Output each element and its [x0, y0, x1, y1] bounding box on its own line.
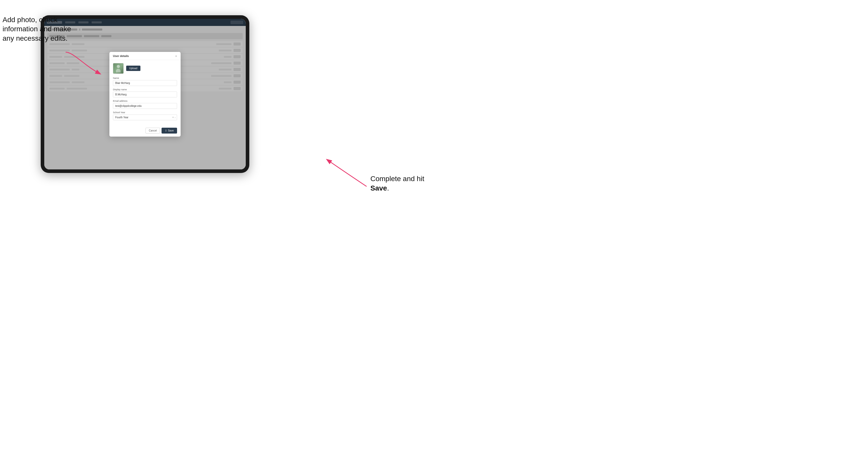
cancel-button[interactable]: Cancel [146, 128, 160, 133]
display-name-label: Display name [113, 88, 177, 91]
annotation-right-bold: Save [370, 184, 387, 192]
name-input[interactable] [113, 80, 177, 86]
user-details-modal: User details × Upload Name [110, 52, 181, 136]
display-name-input[interactable] [113, 92, 177, 97]
email-field-group: Email address [113, 100, 177, 109]
arrow-left-icon [63, 50, 104, 80]
photo-thumbnail [113, 63, 124, 74]
name-label: Name [113, 77, 177, 80]
modal-title: User details [113, 55, 129, 58]
chevron-down-icon: ⌄ [174, 116, 176, 119]
modal-body: Upload Name Display name Email addre [110, 60, 181, 126]
photo-upload-row: Upload [113, 63, 177, 74]
save-label: Save [168, 129, 174, 132]
select-clear-icon[interactable]: × [172, 116, 174, 119]
save-button[interactable]: ⇩ Save [161, 128, 177, 133]
annotation-left-text: Add photo, check information and make an… [3, 16, 71, 42]
annotation-left: Add photo, check information and make an… [3, 15, 74, 43]
photo-thumb-image [113, 63, 123, 73]
school-year-select[interactable]: First Year Second Year Third Year Fourth… [113, 115, 177, 120]
annotation-right-text2: . [387, 184, 389, 192]
email-label: Email address [113, 100, 177, 102]
name-field-group: Name [113, 77, 177, 86]
modal-footer: Cancel ⇩ Save [110, 126, 181, 136]
modal-header: User details × [110, 52, 181, 60]
save-icon: ⇩ [165, 129, 167, 132]
select-icons: × ⌄ [172, 116, 176, 119]
school-year-label: School Year [113, 111, 177, 114]
school-year-select-wrapper: First Year Second Year Third Year Fourth… [113, 115, 177, 120]
upload-photo-button[interactable]: Upload [126, 66, 141, 71]
modal-overlay: User details × Upload Name [44, 19, 246, 169]
annotation-right-text1: Complete and hit [370, 175, 424, 183]
display-name-field-group: Display name [113, 88, 177, 97]
modal-close-button[interactable]: × [175, 55, 177, 58]
tablet-screen: User details × Upload Name [44, 19, 246, 169]
arrow-right-icon [323, 156, 369, 189]
annotation-right: Complete and hit Save. [370, 174, 429, 193]
email-input[interactable] [113, 103, 177, 109]
school-year-field-group: School Year First Year Second Year Third… [113, 111, 177, 120]
